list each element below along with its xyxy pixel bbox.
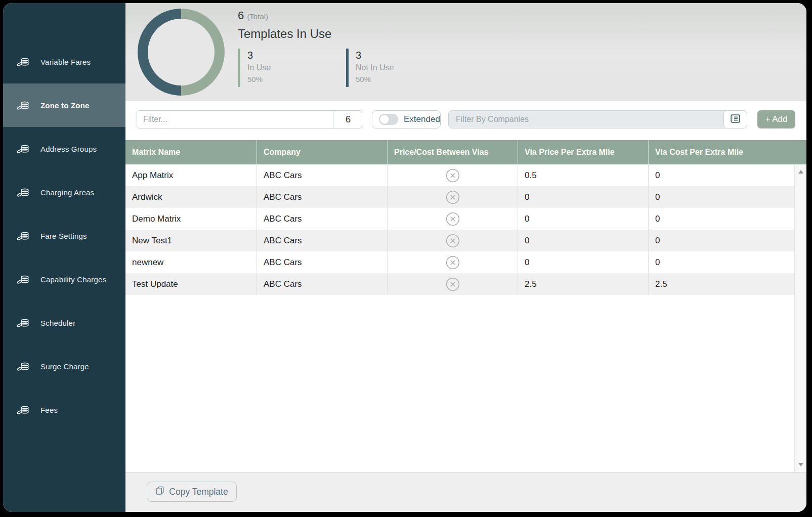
cell-price-cost-between-vias: [387, 186, 518, 208]
stat-percent: 50%: [247, 74, 288, 87]
companies-filter-input[interactable]: [449, 111, 723, 128]
scroll-down-icon[interactable]: [798, 463, 803, 466]
cell-company: ABC Cars: [257, 186, 387, 208]
x-circle-icon[interactable]: [446, 277, 460, 291]
sidebar: Variable Fares Zone to Zone Address Grou…: [3, 3, 125, 512]
stats-row: 3In Use50%3Not In Use50%: [238, 49, 396, 87]
cell-via-price: 0: [518, 251, 648, 273]
cell-matrix-name: Ardwick: [125, 186, 257, 208]
table-header-row: Matrix NameCompanyPrice/Cost Between Via…: [125, 140, 806, 164]
cell-via-cost: 0: [648, 164, 794, 186]
cell-via-price: 0: [518, 208, 648, 230]
app-window: Variable Fares Zone to Zone Address Grou…: [3, 3, 806, 512]
cell-via-cost: 0: [648, 186, 794, 208]
column-header-company: Company: [257, 140, 387, 164]
sidebar-item-label: Zone to Zone: [40, 101, 90, 110]
sidebar-item-surge-charge[interactable]: Surge Charge: [3, 344, 125, 388]
sidebar-item-fare-settings[interactable]: Fare Settings: [3, 214, 125, 257]
stat-value: 3: [247, 49, 288, 62]
sidebar-item-label: Address Groups: [40, 145, 97, 153]
cell-matrix-name: New Test1: [125, 230, 257, 251]
sidebar-item-fees[interactable]: Fees: [3, 388, 125, 432]
table-row[interactable]: newnew ABC Cars 0 0: [125, 251, 794, 273]
cell-company: ABC Cars: [257, 251, 387, 273]
stat-label: Not In Use: [356, 62, 396, 74]
cell-price-cost-between-vias: [387, 164, 518, 186]
cell-matrix-name: Demo Matrix: [125, 208, 257, 230]
sidebar-item-zone-to-zone[interactable]: Zone to Zone: [3, 83, 125, 127]
copy-template-label: Copy Template: [169, 487, 228, 497]
column-header-via-price-per-extra-mile: Via Price Per Extra Mile: [518, 140, 648, 164]
stat-value: 3: [356, 49, 396, 62]
cell-via-price: 2.5: [518, 273, 648, 295]
coins-icon: [17, 231, 30, 241]
sidebar-item-label: Fees: [40, 406, 58, 414]
cell-price-cost-between-vias: [387, 230, 518, 251]
table-row[interactable]: New Test1 ABC Cars 0 0: [125, 230, 794, 251]
coins-icon: [17, 187, 30, 197]
table-scrollbar[interactable]: [794, 164, 806, 472]
cell-price-cost-between-vias: [387, 251, 518, 273]
column-header-price-cost-between-vias: Price/Cost Between Vias: [387, 140, 518, 164]
cell-matrix-name: App Matrix: [125, 164, 257, 186]
x-circle-icon[interactable]: [446, 190, 460, 204]
coins-icon: [17, 361, 30, 371]
sidebar-item-label: Variable Fares: [40, 58, 91, 66]
total-count: 6: [238, 9, 244, 22]
sidebar-item-label: Scheduler: [40, 319, 75, 327]
cell-via-price: 0: [518, 230, 648, 251]
coins-icon: [17, 100, 30, 110]
x-circle-icon[interactable]: [446, 212, 460, 226]
cell-company: ABC Cars: [257, 164, 387, 186]
cell-via-cost: 2.5: [648, 273, 794, 295]
coins-icon: [17, 144, 30, 154]
sidebar-nav: Variable Fares Zone to Zone Address Grou…: [3, 40, 125, 432]
copy-template-button[interactable]: Copy Template: [147, 482, 237, 502]
sidebar-item-scheduler[interactable]: Scheduler: [3, 301, 125, 344]
stat-not-in-use: 3Not In Use50%: [346, 49, 396, 87]
result-count-badge: 6: [333, 110, 363, 128]
sidebar-item-label: Surge Charge: [40, 362, 89, 371]
cell-via-price: 0.5: [518, 164, 648, 186]
extended-toggle-button[interactable]: Extended: [372, 110, 441, 128]
coins-icon: [17, 405, 30, 415]
cell-company: ABC Cars: [257, 273, 387, 295]
list-icon: [730, 113, 741, 126]
sidebar-item-capability-charges[interactable]: Capability Charges: [3, 257, 125, 301]
table-row[interactable]: App Matrix ABC Cars 0.5 0: [125, 164, 794, 186]
cell-via-cost: 0: [648, 251, 794, 273]
cell-price-cost-between-vias: [387, 208, 518, 230]
toolbar: 6 Extended + Add: [125, 101, 806, 140]
table-row[interactable]: Test Update ABC Cars 2.5 2.5: [125, 273, 794, 295]
table-body: App Matrix ABC Cars 0.5 0 Ardwick ABC Ca…: [125, 164, 794, 295]
table-row[interactable]: Demo Matrix ABC Cars 0 0: [125, 208, 794, 230]
x-circle-icon[interactable]: [446, 255, 460, 270]
sidebar-item-charging-areas[interactable]: Charging Areas: [3, 170, 125, 214]
total-line: 6 (Total): [238, 9, 396, 22]
extended-toggle-switch[interactable]: [379, 114, 398, 125]
sidebar-item-address-groups[interactable]: Address Groups: [3, 127, 125, 170]
add-button[interactable]: + Add: [757, 110, 795, 128]
sidebar-item-label: Charging Areas: [40, 188, 94, 197]
x-circle-icon[interactable]: [446, 234, 460, 248]
cell-price-cost-between-vias: [387, 273, 518, 295]
cell-matrix-name: newnew: [125, 251, 257, 273]
summary-header: 6 (Total) Templates In Use 3In Use50%3No…: [125, 3, 806, 101]
page-title: Templates In Use: [238, 27, 396, 41]
x-circle-icon[interactable]: [446, 168, 460, 183]
sidebar-item-variable-fares[interactable]: Variable Fares: [3, 40, 125, 83]
companies-list-button[interactable]: [723, 111, 747, 128]
scroll-up-icon[interactable]: [798, 170, 803, 174]
total-suffix-label: (Total): [247, 12, 268, 21]
cell-via-cost: 0: [648, 230, 794, 251]
cell-via-cost: 0: [648, 208, 794, 230]
coins-icon: [17, 274, 30, 284]
sidebar-item-label: Fare Settings: [40, 232, 87, 240]
table-row[interactable]: Ardwick ABC Cars 0 0: [125, 186, 794, 208]
coins-icon: [17, 318, 30, 328]
stat-label: In Use: [247, 62, 288, 74]
coins-icon: [17, 57, 30, 67]
copy-icon: [155, 486, 165, 498]
summary-text: 6 (Total) Templates In Use 3In Use50%3No…: [238, 9, 396, 87]
filter-input[interactable]: [137, 110, 333, 128]
